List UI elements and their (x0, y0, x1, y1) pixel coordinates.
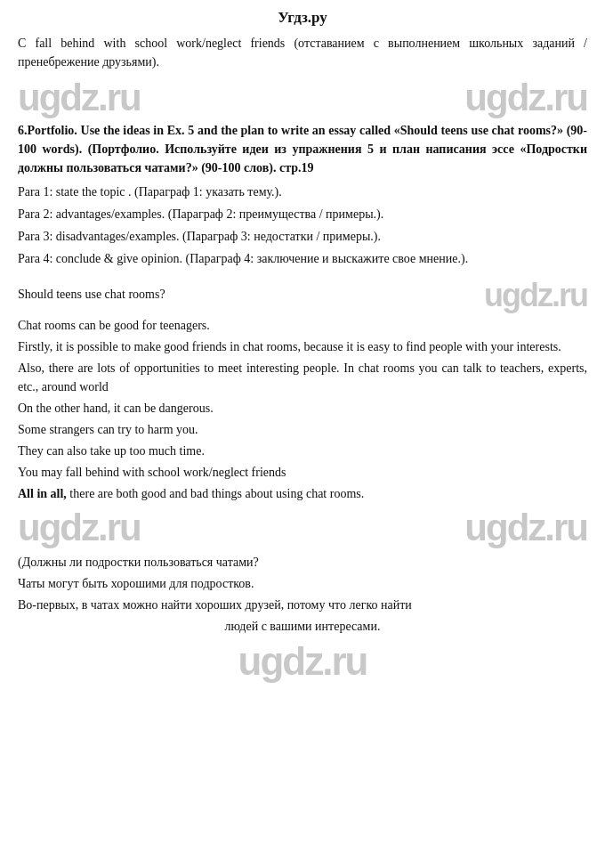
watermark-essay-right: ugdz.ru (484, 277, 587, 314)
page-container: Угдз.ру С fall behind with school work/n… (0, 0, 605, 705)
watermark-bottom-text: ugdz.ru (238, 639, 367, 683)
intro-text: С fall behind with school work/neglect f… (18, 34, 587, 71)
essay-question-row: Should teens use chat rooms? ugdz.ru (18, 277, 587, 314)
translation-section: (Должны ли подростки пользоваться чатами… (18, 553, 587, 636)
para-2: Para 2: advantages/examples. (Параграф 2… (18, 205, 587, 223)
translation-line-3: людей с вашими интересами. (18, 617, 587, 636)
watermark-left-2: ugdz.ru (18, 507, 141, 549)
essay-line-5: They can also take up too much time. (18, 442, 587, 460)
essay-line-0: Chat rooms can be good for teenagers. (18, 316, 587, 335)
essay-line-2: Also, there are lots of opportunities to… (18, 359, 587, 396)
essay-line-1: Firstly, it is possible to make good fri… (18, 337, 587, 356)
essay-bold-part: All in all, (18, 487, 67, 500)
site-title: Угдз.ру (18, 9, 587, 27)
translation-line-2: Во-первых, в чатах можно найти хороших д… (18, 596, 587, 614)
essay-section: Should teens use chat rooms? ugdz.ru Cha… (18, 277, 587, 503)
essay-line-6: You may fall behind with school work/neg… (18, 463, 587, 482)
translation-line-0: (Должны ли подростки пользоваться чатами… (18, 553, 587, 572)
watermark-right-2: ugdz.ru (464, 507, 587, 549)
section6-text: 6.Portfolio. Use the ideas in Ex. 5 and … (18, 121, 587, 177)
essay-question: Should teens use chat rooms? (18, 285, 165, 304)
para-3: Para 3: disadvantages/examples. (Парагра… (18, 227, 587, 246)
watermark-row-2: ugdz.ru ugdz.ru (18, 507, 587, 549)
essay-line-3: On the other hand, it can be dangerous. (18, 399, 587, 418)
essay-line-7: All in all, there are both good and bad … (18, 484, 587, 503)
watermark-bottom: ugdz.ru (18, 639, 587, 684)
essay-line-4: Some strangers can try to harm you. (18, 420, 587, 439)
para-1: Para 1: state the topic . (Параграф 1: у… (18, 183, 587, 201)
watermark-right-1: ugdz.ru (464, 77, 587, 119)
watermark-row-1: ugdz.ru ugdz.ru (18, 77, 587, 119)
watermark-left-1: ugdz.ru (18, 77, 141, 119)
translation-line-1: Чаты могут быть хорошими для подростков. (18, 574, 587, 593)
para-4: Para 4: conclude & give opinion. (Парагр… (18, 249, 587, 268)
essay-line-7-rest: there are both good and bad things about… (69, 487, 364, 500)
